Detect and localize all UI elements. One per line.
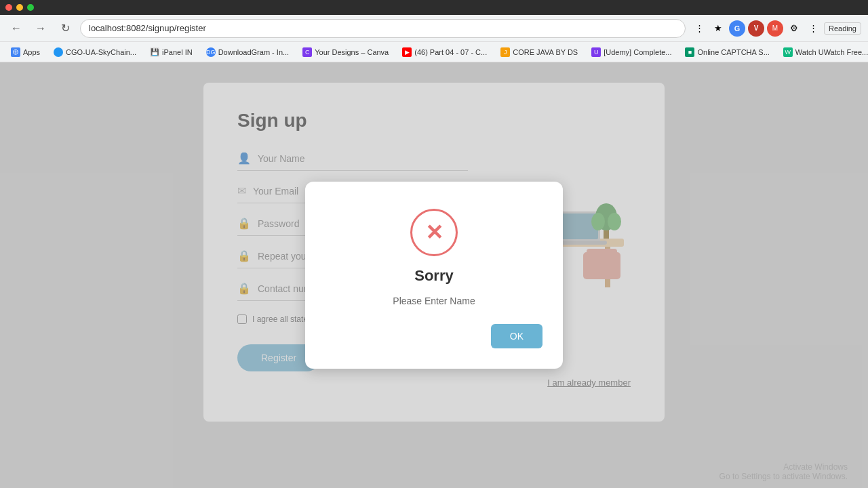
bookmark-apps[interactable]: ⨁ Apps xyxy=(5,46,45,58)
bookmark-java[interactable]: J CORE JAVA BY DS xyxy=(495,46,583,58)
bookmark-java-label: CORE JAVA BY DS xyxy=(513,48,578,56)
error-x-icon: ✕ xyxy=(425,220,443,245)
yt1-favicon: ▶ xyxy=(402,47,412,57)
windows-watermark: Activate Windows Go to Settings to activ… xyxy=(719,462,848,481)
close-window-btn[interactable] xyxy=(5,4,12,11)
watch-favicon: W xyxy=(783,47,793,57)
bookmark-captcha-label: Online CAPTCHA S... xyxy=(697,48,769,56)
bookmark-watch-label: Watch UWatch Free... xyxy=(795,48,868,56)
captcha-favicon: ■ xyxy=(685,47,694,57)
watermark-line1: Activate Windows xyxy=(719,462,848,472)
bookmark-dlgram-label: DownloadGram - In... xyxy=(218,48,290,56)
error-modal: ✕ Sorry Please Enter Name OK xyxy=(305,182,563,369)
bookmarks-bar: ⨁ Apps CGO-UA-SkyChain... 💾 iPanel IN DG… xyxy=(0,42,868,62)
modal-message: Please Enter Name xyxy=(393,296,475,306)
browser-toolbar: ← → ↻ localhost:8082/signup/register ⋮ ★… xyxy=(0,15,868,42)
udemy-favicon: U xyxy=(591,47,601,57)
modal-title: Sorry xyxy=(414,267,453,285)
modal-footer: OK xyxy=(326,324,542,348)
bookmark-yt1-label: (46) Part 04 - 07 - C... xyxy=(414,48,487,56)
minimize-window-btn[interactable] xyxy=(16,4,23,11)
forward-button[interactable]: → xyxy=(31,19,50,38)
bookmark-apps-label: Apps xyxy=(23,48,40,56)
bookmark-yt1[interactable]: ▶ (46) Part 04 - 07 - C... xyxy=(397,46,492,58)
bookmark-cgo-label: CGO-UA-SkyChain... xyxy=(66,48,136,56)
reading-mode-label[interactable]: Reading xyxy=(824,22,861,35)
url-text: localhost:8082/signup/register xyxy=(89,23,206,33)
cgo-favicon xyxy=(54,47,63,57)
bookmark-udemy-label: [Udemy] Complete... xyxy=(604,48,671,56)
bookmark-dlgram[interactable]: DG DownloadGram - In... xyxy=(201,46,295,58)
modal-overlay: ✕ Sorry Please Enter Name OK xyxy=(0,62,868,488)
bookmark-udemy[interactable]: U [Udemy] Complete... xyxy=(586,46,677,58)
maximize-window-btn[interactable] xyxy=(27,4,34,11)
dlgram-favicon: DG xyxy=(206,47,216,57)
modal-ok-button[interactable]: OK xyxy=(491,324,542,348)
java-favicon: J xyxy=(500,47,510,57)
bookmark-ipanel-label: iPanel IN xyxy=(162,48,193,56)
extensions-icon[interactable]: ⋮ xyxy=(691,20,707,37)
bookmark-watch[interactable]: W Watch UWatch Free... xyxy=(778,46,868,58)
google-account-icon[interactable]: G xyxy=(729,20,745,37)
watermark-line2: Go to Settings to activate Windows. xyxy=(719,472,848,481)
toolbar-icons: ⋮ ★ G V M ⚙ ⋮ Reading xyxy=(691,20,861,37)
bookmark-canva[interactable]: C Your Designs – Canva xyxy=(297,46,394,58)
bookmark-captcha[interactable]: ■ Online CAPTCHA S... xyxy=(679,46,774,58)
back-button[interactable]: ← xyxy=(7,19,26,38)
reload-button[interactable]: ↻ xyxy=(56,19,75,38)
bookmark-canva-label: Your Designs – Canva xyxy=(315,48,389,56)
extension-icon[interactable]: ⚙ xyxy=(786,20,802,37)
apps-favicon: ⨁ xyxy=(11,47,20,57)
window-controls xyxy=(5,4,34,11)
mail-icon[interactable]: M xyxy=(767,20,783,37)
ipanel-favicon: 💾 xyxy=(150,47,159,57)
address-bar[interactable]: localhost:8082/signup/register xyxy=(80,19,686,38)
canva-favicon: C xyxy=(302,47,312,57)
page-content: Sign up 👤 ✉ 🔒 🔒 🔒 xyxy=(0,62,868,488)
vpn-icon[interactable]: V xyxy=(748,20,764,37)
bookmark-star-icon[interactable]: ★ xyxy=(710,20,726,37)
browser-titlebar xyxy=(0,0,868,15)
error-icon-circle: ✕ xyxy=(410,209,458,256)
bookmark-ipanel[interactable]: 💾 iPanel IN xyxy=(144,46,198,58)
bookmark-cgo[interactable]: CGO-UA-SkyChain... xyxy=(48,46,142,58)
menu-icon[interactable]: ⋮ xyxy=(805,20,821,37)
